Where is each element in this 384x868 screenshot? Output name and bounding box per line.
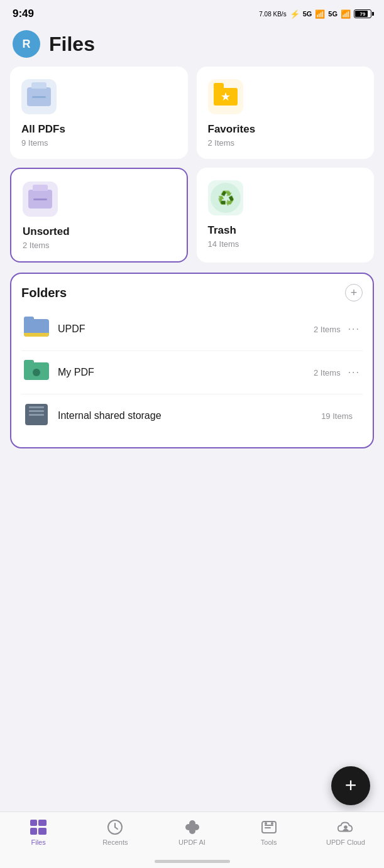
folders-section: Folders + UPDF 2 Items ··· xyxy=(10,273,374,448)
unsorted-icon-graphic xyxy=(23,182,58,217)
tab-updf-ai[interactable]: UPDF AI xyxy=(153,818,230,846)
signal-icon-1: ⚡ xyxy=(290,9,300,19)
tab-files-label: Files xyxy=(31,838,45,846)
trash-count: 14 Items xyxy=(208,239,363,249)
tab-recents-label: Recents xyxy=(102,838,128,846)
network-speed: 7.08 KB/s xyxy=(259,11,286,18)
folder-icon-storage xyxy=(24,403,49,428)
unsorted-title: Unsorted xyxy=(23,225,175,238)
card-all-pdfs[interactable]: All PDFs 9 Items xyxy=(10,67,188,159)
favorites-icon-graphic: ★ xyxy=(208,79,243,114)
home-indicator xyxy=(155,860,230,863)
svg-point-18 xyxy=(271,822,273,825)
signal-bars-2: 📶 xyxy=(341,9,351,19)
tab-recents[interactable]: Recents xyxy=(77,818,153,846)
card-trash[interactable]: ♻️ Trash 14 Items xyxy=(197,168,375,263)
folder-item-storage[interactable]: Internal shared storage 19 Items xyxy=(21,394,363,437)
svg-rect-3 xyxy=(38,820,47,826)
tab-updf-ai-icon xyxy=(184,818,201,836)
tab-tools-label: Tools xyxy=(261,838,277,846)
tab-updf-cloud-label: UPDF Cloud xyxy=(326,838,365,846)
folder-more-mypdf[interactable]: ··· xyxy=(348,367,360,378)
content-area: All PDFs 9 Items ★ Favorites 2 Items xyxy=(0,67,384,448)
card-favorites[interactable]: ★ Favorites 2 Items xyxy=(197,67,375,159)
folder-name-mypdf: My PDF xyxy=(58,367,314,378)
folder-item-updf[interactable]: UPDF 2 Items ··· xyxy=(21,308,363,351)
svg-point-13 xyxy=(189,824,195,830)
tab-tools-icon xyxy=(260,818,278,836)
add-folder-button[interactable]: + xyxy=(345,284,363,301)
folder-name-updf: UPDF xyxy=(58,323,314,335)
tab-files-icon xyxy=(30,818,47,836)
all-pdfs-count: 9 Items xyxy=(21,138,177,148)
folder-icon-mypdf xyxy=(24,360,49,385)
folder-count-mypdf: 2 Items xyxy=(314,368,341,377)
folder-count-updf: 2 Items xyxy=(314,325,341,334)
trash-icon-graphic: ♻️ xyxy=(208,180,243,215)
tab-updf-ai-label: UPDF AI xyxy=(178,838,206,846)
svg-rect-15 xyxy=(265,825,273,826)
folder-item-mypdf[interactable]: My PDF 2 Items ··· xyxy=(21,351,363,394)
card-unsorted[interactable]: Unsorted 2 Items xyxy=(10,168,188,263)
trash-icon: ♻️ xyxy=(208,180,243,215)
tab-updf-cloud-icon xyxy=(337,818,354,836)
battery-level: 79 xyxy=(360,11,366,17)
svg-point-19 xyxy=(344,825,348,829)
folder-count-storage: 19 Items xyxy=(321,411,353,421)
trash-svg: ♻️ xyxy=(210,182,241,214)
tab-updf-cloud[interactable]: UPDF Cloud xyxy=(307,818,384,846)
folder-name-storage: Internal shared storage xyxy=(58,410,321,421)
svg-rect-4 xyxy=(30,828,37,835)
unsorted-icon xyxy=(23,182,58,217)
folders-header: Folders + xyxy=(21,284,363,301)
header: R Files xyxy=(0,24,384,67)
folder-more-updf[interactable]: ··· xyxy=(348,323,360,335)
status-icons: 7.08 KB/s ⚡ 5G 📶 5G 📶 79 xyxy=(259,9,371,19)
battery-icon: 79 xyxy=(354,9,371,18)
fab-plus-icon: + xyxy=(345,775,357,795)
favorites-icon: ★ xyxy=(208,79,243,114)
tab-recents-icon xyxy=(106,818,124,836)
favorites-title: Favorites xyxy=(208,123,363,136)
folder-icon-updf xyxy=(24,317,49,342)
cards-grid: All PDFs 9 Items ★ Favorites 2 Items xyxy=(10,67,374,263)
status-time: 9:49 xyxy=(13,8,34,20)
tab-tools[interactable]: Tools xyxy=(231,818,307,846)
favorites-count: 2 Items xyxy=(208,138,363,148)
trash-title: Trash xyxy=(208,224,363,237)
tab-files[interactable]: Files xyxy=(0,818,77,846)
svg-line-8 xyxy=(115,827,118,829)
unsorted-count: 2 Items xyxy=(23,241,175,250)
signal-5g-2: 5G xyxy=(328,10,337,18)
svg-rect-5 xyxy=(38,828,47,835)
svg-point-17 xyxy=(265,822,267,825)
page-title: Files xyxy=(49,33,95,56)
avatar[interactable]: R xyxy=(13,30,40,58)
folders-title: Folders xyxy=(21,286,67,300)
svg-text:♻️: ♻️ xyxy=(217,190,234,207)
fab-add-button[interactable]: + xyxy=(331,766,370,805)
star-icon: ★ xyxy=(221,90,231,104)
signal-bars-1: 📶 xyxy=(315,9,325,19)
all-pdfs-icon xyxy=(21,79,57,114)
all-pdfs-title: All PDFs xyxy=(21,123,177,136)
status-bar: 9:49 7.08 KB/s ⚡ 5G 📶 5G 📶 79 xyxy=(0,0,384,24)
svg-rect-16 xyxy=(265,827,271,828)
signal-5g-1: 5G xyxy=(303,10,312,18)
all-pdfs-icon-graphic xyxy=(21,79,57,114)
svg-rect-2 xyxy=(30,820,37,826)
